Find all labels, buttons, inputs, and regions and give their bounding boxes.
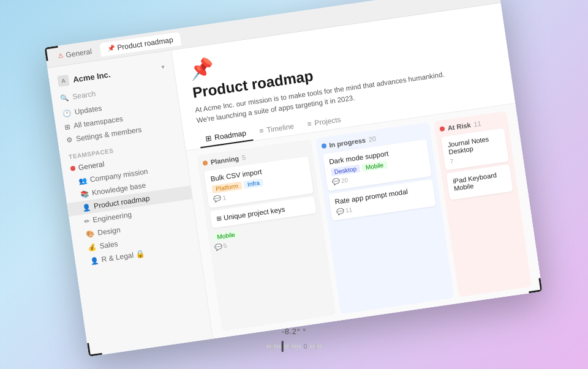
inprogress-title: In progress	[329, 136, 366, 148]
zero-label: 0	[304, 343, 307, 350]
tick	[320, 345, 321, 348]
comment-icon: 💬	[213, 195, 221, 203]
tick	[279, 345, 281, 348]
tick-tall	[315, 343, 316, 349]
atrisk-dot	[439, 126, 445, 132]
tick	[312, 345, 314, 348]
design-label: Design	[97, 225, 121, 237]
card-project-keys-icon: ⊞	[216, 215, 221, 222]
knowledge-icon: 📚	[80, 190, 89, 199]
card-dark-mode-count: 20	[341, 176, 349, 184]
search-label: Search	[72, 89, 96, 101]
tag-infra: Infra	[243, 178, 264, 188]
tag-desktop: Desktop	[330, 164, 361, 176]
settings-icon: ⚙	[66, 136, 73, 144]
inprogress-count: 20	[368, 135, 377, 143]
tick	[287, 345, 288, 348]
partial-count-val: 5	[223, 242, 227, 249]
tick	[267, 345, 268, 348]
main-content: 📌 Product roadmap At Acme Inc. our missi…	[172, 3, 542, 339]
tick-active	[282, 341, 284, 352]
column-planning: Planning 5 Bulk CSV import Platform Infr…	[197, 139, 336, 331]
tick	[310, 345, 311, 348]
workspace-name: Acme Inc.	[72, 70, 111, 84]
product-roadmap-icon: 👤	[82, 203, 92, 212]
tick	[270, 345, 271, 348]
inprogress-dot	[321, 143, 326, 149]
comment-icon-4: 💬	[336, 207, 344, 215]
design-icon: 🎨	[86, 229, 96, 239]
tick-tall	[290, 343, 291, 349]
general-label: General	[78, 160, 105, 172]
comment-icon-2: 💬	[214, 242, 222, 250]
bracket-br	[527, 278, 543, 293]
atrisk-count: 11	[473, 119, 481, 128]
roadmap-view-label: Roadmap	[214, 129, 246, 141]
engineering-icon: ✏	[84, 217, 91, 225]
tick	[300, 345, 301, 348]
tick	[277, 345, 278, 348]
bracket-bl	[87, 341, 102, 357]
tick	[285, 345, 286, 348]
tick	[317, 345, 318, 348]
project-keys-label: Unique project keys	[223, 205, 285, 221]
planning-dot	[202, 160, 208, 165]
updates-label: Updates	[74, 104, 102, 116]
tick-tall	[272, 343, 273, 349]
card-ipad-title: iPad Keyboard Mobile	[452, 170, 507, 192]
workspace-chevron: ▾	[161, 63, 165, 70]
company-icon: 👥	[78, 176, 88, 185]
tab-roadmap-label: Product roadmap	[116, 35, 173, 51]
roadmap-view-icon: ⊞	[205, 133, 212, 143]
bracket-tl	[44, 46, 59, 61]
tick	[274, 345, 276, 348]
projects-view-icon: ≡	[307, 119, 312, 129]
teamspaces-icon: ⊞	[64, 122, 70, 131]
planning-count: 5	[241, 153, 246, 161]
legal-label: R & Legal 🔒	[101, 249, 145, 264]
rotation-indicator: -8.2° ° 0	[267, 327, 322, 352]
tick	[297, 345, 298, 348]
planning-title: Planning	[210, 154, 239, 166]
card-bulk-csv-comment-count: 1	[222, 194, 227, 201]
rotation-slider[interactable]: 0	[267, 341, 322, 352]
search-icon: 🔍	[60, 94, 70, 103]
timeline-view-label: Timeline	[266, 122, 294, 134]
tick	[292, 345, 293, 348]
atrisk-title: At Risk	[447, 121, 471, 132]
tag-mobile: Mobile	[361, 160, 388, 172]
column-inprogress: In progress 20 Dark mode support Desktop…	[315, 122, 454, 314]
rotation-value: -8.2° °	[282, 327, 306, 336]
tab-general-label: General	[65, 47, 92, 59]
general-dot	[70, 166, 76, 171]
projects-view-label: Projects	[314, 115, 341, 127]
comment-icon-3: 💬	[331, 177, 339, 185]
legal-icon: 👤	[89, 256, 99, 265]
card-journal[interactable]: Journal Notes Desktop 7	[441, 128, 509, 170]
tag-mobile-partial: Mobile	[213, 229, 239, 241]
workspace-logo: A	[57, 75, 69, 87]
updates-icon: 🕐	[62, 108, 72, 117]
tick	[295, 345, 296, 348]
tab-roadmap-icon: 📌	[107, 45, 115, 53]
sales-icon: 💰	[88, 243, 97, 252]
card-rate-app-count: 11	[345, 206, 353, 214]
sales-label: Sales	[99, 239, 119, 250]
card-ipad[interactable]: iPad Keyboard Mobile	[446, 164, 513, 199]
timeline-view-icon: ≡	[258, 126, 264, 135]
